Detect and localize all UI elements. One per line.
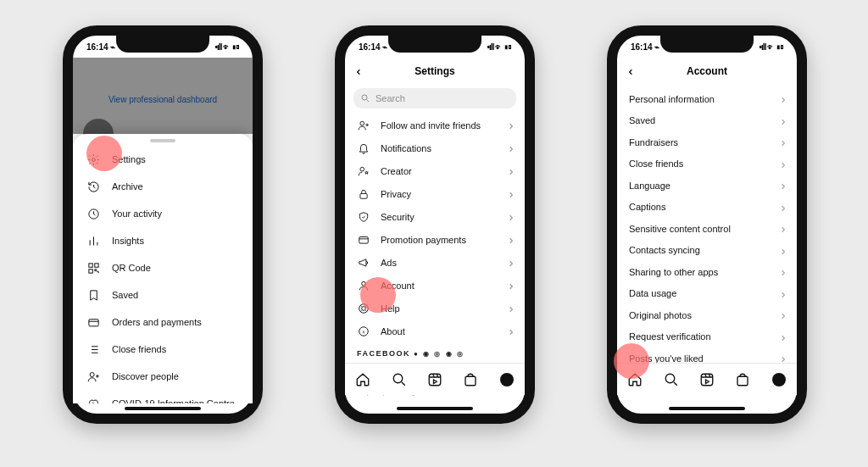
search-input[interactable]: Search — [353, 88, 516, 108]
menu-label: Insights — [112, 236, 144, 246]
menu-insights[interactable]: Insights — [73, 227, 253, 254]
settings-notifications[interactable]: Notifications — [345, 136, 525, 159]
chevron-right-icon — [508, 236, 515, 242]
settings-follow-invite[interactable]: Follow and invite friends — [345, 114, 525, 136]
menu-label: Settings — [112, 154, 146, 164]
search-placeholder: Search — [376, 93, 405, 103]
svg-rect-12 — [359, 236, 369, 243]
profile-background-dimmed: View professional dashboard — [73, 58, 253, 134]
back-icon[interactable] — [627, 64, 634, 70]
tab-bar — [617, 363, 797, 395]
menu-archive[interactable]: Archive — [73, 173, 253, 200]
settings-ads[interactable]: Ads — [345, 251, 525, 274]
tab-bar — [345, 363, 525, 395]
chevron-right-icon — [508, 213, 515, 220]
settings-security[interactable]: Security — [345, 205, 525, 228]
menu-discover[interactable]: Discover people — [73, 363, 253, 390]
tab-shop[interactable] — [734, 371, 751, 388]
account-label: Sensitive content control — [629, 224, 731, 234]
professional-dashboard-link[interactable]: View professional dashboard — [73, 95, 253, 104]
qr-icon — [86, 261, 100, 275]
chevron-right-icon — [508, 121, 515, 128]
tab-home[interactable] — [354, 371, 371, 388]
chevron-right-icon — [508, 327, 515, 334]
chevron-right-icon — [780, 181, 787, 188]
facebook-brand: FACEBOOK — [357, 349, 410, 358]
menu-activity[interactable]: Your activity — [73, 200, 253, 227]
account-label: Close friends — [629, 158, 683, 169]
svg-rect-5 — [88, 269, 92, 272]
account-personal[interactable]: Personal information — [617, 88, 797, 110]
settings-promo[interactable]: Promotion payments — [345, 228, 525, 251]
account-captions[interactable]: Captions — [617, 197, 797, 219]
account-closefriends[interactable]: Close friends — [617, 153, 797, 175]
info-icon — [357, 325, 370, 338]
account-fundraisers[interactable]: Fundraisers — [617, 131, 797, 153]
tab-home[interactable] — [626, 371, 643, 388]
phone-profile-menu: 16:14 ⌁ •ıll ᯤ ▮▯ View professional dash… — [63, 25, 263, 424]
list-icon — [86, 342, 100, 356]
account-label: Request verification — [629, 331, 711, 342]
menu-label: Orders and payments — [112, 317, 202, 327]
chevron-right-icon — [508, 167, 515, 174]
sheet-grip[interactable] — [150, 139, 175, 142]
chevron-right-icon — [780, 311, 787, 318]
settings-privacy[interactable]: Privacy — [345, 182, 525, 205]
tab-reels[interactable] — [698, 371, 715, 388]
svg-point-10 — [360, 167, 364, 171]
chevron-right-icon — [508, 190, 515, 197]
chevron-right-icon — [780, 117, 787, 124]
notch — [388, 34, 481, 53]
person-plus-icon — [357, 119, 370, 132]
tab-profile[interactable] — [498, 371, 515, 388]
phone-account: 16:14 ⌁ •ıll ᯤ ▮▯ Account Personal infor… — [607, 25, 807, 424]
settings-label: Promotion payments — [381, 235, 466, 245]
account-original[interactable]: Original photos — [617, 304, 797, 326]
svg-rect-19 — [465, 376, 476, 386]
settings-creator[interactable]: Creator — [345, 159, 525, 182]
account-saved[interactable]: Saved — [617, 110, 797, 132]
svg-point-8 — [362, 95, 367, 100]
menu-covid[interactable]: COVID-19 Information Centre — [73, 390, 253, 403]
phone-settings: 16:14 ⌁ •ıll ᯤ ▮▯ Settings Search Follow… — [335, 25, 535, 424]
chevron-right-icon — [508, 304, 515, 311]
account-label: Data usage — [629, 288, 676, 298]
account-contacts[interactable]: Contacts syncing — [617, 240, 797, 262]
svg-point-9 — [360, 121, 364, 125]
settings-label: Creator — [381, 166, 412, 176]
svg-rect-11 — [360, 193, 367, 198]
chevron-right-icon — [780, 333, 787, 340]
settings-label: Help — [381, 303, 400, 314]
bars-icon — [86, 234, 100, 247]
menu-saved[interactable]: Saved — [73, 281, 253, 309]
menu-qr[interactable]: QR Code — [73, 254, 253, 281]
account-data[interactable]: Data usage — [617, 283, 797, 305]
tab-shop[interactable] — [462, 371, 479, 388]
settings-help[interactable]: Help — [345, 297, 525, 320]
menu-close[interactable]: Close friends — [73, 336, 253, 363]
back-icon[interactable] — [355, 64, 362, 70]
tab-profile[interactable] — [771, 371, 787, 388]
status-time: 16:14 ⌁ — [359, 42, 387, 52]
menu-label: QR Code — [112, 263, 151, 273]
menu-label: Saved — [112, 290, 138, 300]
settings-label: Ads — [381, 258, 397, 268]
tab-reels[interactable] — [426, 371, 443, 388]
menu-label: Archive — [112, 181, 143, 192]
settings-about[interactable]: About — [345, 320, 525, 342]
clock-icon — [86, 207, 100, 220]
svg-point-1 — [92, 158, 95, 161]
tab-search[interactable] — [663, 371, 680, 388]
account-verify[interactable]: Request verification — [617, 326, 797, 348]
card-icon — [86, 315, 100, 329]
svg-point-20 — [665, 374, 675, 383]
menu-orders[interactable]: Orders and payments — [73, 309, 253, 336]
menu-settings[interactable]: Settings — [73, 146, 253, 173]
settings-account[interactable]: Account — [345, 274, 525, 297]
settings-label: Notifications — [381, 143, 431, 153]
account-sensitive[interactable]: Sensitive content control — [617, 218, 797, 240]
account-sharing[interactable]: Sharing to other apps — [617, 261, 797, 283]
status-indicators: •ıll ᯤ ▮▯ — [215, 42, 239, 52]
tab-search[interactable] — [391, 371, 408, 388]
account-language[interactable]: Language — [617, 175, 797, 197]
